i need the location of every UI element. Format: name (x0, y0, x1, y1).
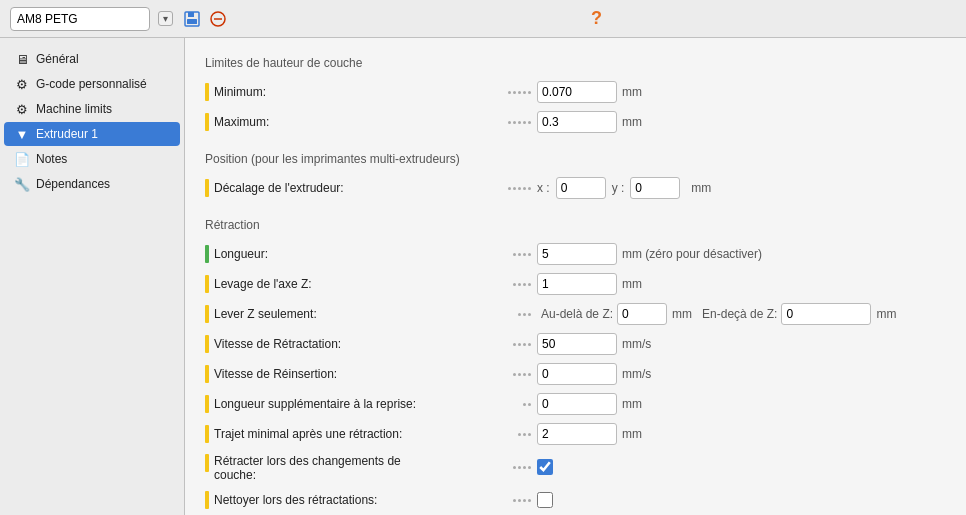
levage-z-row: Levage de l'axe Z: mm (205, 272, 946, 296)
maximum-label: Maximum: (214, 115, 269, 129)
x-label: x : (537, 181, 550, 195)
position-unit: mm (691, 181, 711, 195)
layer-height-title: Limites de hauteur de couche (205, 56, 946, 70)
minimum-unit: mm (622, 85, 642, 99)
help-button[interactable]: ? (586, 8, 608, 30)
trajet-minimal-unit: mm (622, 427, 642, 441)
en-deca-unit: mm (876, 307, 896, 321)
profile-dropdown[interactable]: AM8 PETG (10, 7, 150, 31)
lever-z-indicator (205, 305, 209, 323)
layer-height-section: Limites de hauteur de couche Minimum: mm (205, 56, 946, 134)
save-button[interactable] (181, 8, 203, 30)
vitesse-reinsertion-row: Vitesse de Réinsertion: mm/s (205, 362, 946, 386)
position-section: Position (pour les imprimantes multi-ext… (205, 152, 946, 200)
retracter-changements-label: Rétracter lors des changements de couche… (214, 454, 445, 482)
longueur-supplementaire-input[interactable] (537, 393, 617, 415)
profile-name: AM8 PETG (17, 12, 143, 26)
levage-z-label: Levage de l'axe Z: (214, 277, 312, 291)
decalage-dots (451, 187, 531, 190)
retracter-changements-row: Rétracter lors des changements de couche… (205, 452, 946, 482)
vitesse-retractation-label: Vitesse de Rétractation: (214, 337, 341, 351)
xy-inputs: x : y : mm (537, 177, 711, 199)
minimum-input[interactable] (537, 81, 617, 103)
levage-z-indicator (205, 275, 209, 293)
lever-z-row: Lever Z seulement: Au-delà de Z: mm En-d… (205, 302, 946, 326)
sidebar-item-machine-limits[interactable]: ⚙ Machine limits (4, 97, 180, 121)
vitesse-reinsertion-indicator (205, 365, 209, 383)
lever-z-dots (451, 313, 531, 316)
vitesse-retractation-unit: mm/s (622, 337, 651, 351)
profile-selector[interactable]: AM8 PETG ▾ (10, 7, 173, 31)
levage-z-input[interactable] (537, 273, 617, 295)
vitesse-reinsertion-dots (451, 373, 531, 376)
retraction-section: Rétraction Longueur: mm (zéro pour désac… (205, 218, 946, 515)
sidebar-label-general: Général (36, 52, 79, 66)
general-icon: 🖥 (14, 51, 30, 67)
longueur-label: Longueur: (214, 247, 268, 261)
longueur-indicator (205, 245, 209, 263)
vitesse-retractation-dots (451, 343, 531, 346)
minimum-indicator (205, 83, 209, 101)
vitesse-retractation-row: Vitesse de Rétractation: mm/s (205, 332, 946, 356)
gcode-icon: ⚙ (14, 76, 30, 92)
y-input[interactable] (630, 177, 680, 199)
longueur-row: Longueur: mm (zéro pour désactiver) (205, 242, 946, 266)
maximum-unit: mm (622, 115, 642, 129)
toolbar-icons (181, 8, 229, 30)
sidebar-item-general[interactable]: 🖥 Général (4, 47, 180, 71)
sidebar-label-dependances: Dépendances (36, 177, 110, 191)
minimum-label: Minimum: (214, 85, 266, 99)
longueur-supplementaire-unit: mm (622, 397, 642, 411)
longueur-supplementaire-row: Longueur supplémentaire à la reprise: mm (205, 392, 946, 416)
trajet-minimal-label: Trajet minimal après une rétraction: (214, 427, 402, 441)
machine-limits-icon: ⚙ (14, 101, 30, 117)
sidebar-label-notes: Notes (36, 152, 67, 166)
maximum-dots (451, 121, 531, 124)
longueur-unit: mm (zéro pour désactiver) (622, 247, 762, 261)
dropdown-arrow-icon[interactable]: ▾ (158, 11, 173, 26)
longueur-supplementaire-indicator (205, 395, 209, 413)
sidebar-label-gcode: G-code personnalisé (36, 77, 147, 91)
au-dela-input[interactable] (617, 303, 667, 325)
retraction-title: Rétraction (205, 218, 946, 232)
notes-icon: 📄 (14, 151, 30, 167)
nettoyer-retractions-row: Nettoyer lors des rétractations: (205, 488, 946, 512)
decalage-row: Décalage de l'extrudeur: x : y : mm (205, 176, 946, 200)
sidebar-item-gcode[interactable]: ⚙ G-code personnalisé (4, 72, 180, 96)
delete-button[interactable] (207, 8, 229, 30)
vitesse-retractation-input[interactable] (537, 333, 617, 355)
minimum-row: Minimum: mm (205, 80, 946, 104)
main-content: Limites de hauteur de couche Minimum: mm (185, 38, 966, 515)
longueur-dots (451, 253, 531, 256)
en-deca-input[interactable] (781, 303, 871, 325)
y-label: y : (612, 181, 625, 195)
svg-rect-1 (188, 12, 194, 17)
sidebar-item-dependances[interactable]: 🔧 Dépendances (4, 172, 180, 196)
x-input[interactable] (556, 177, 606, 199)
nettoyer-retractions-dots (451, 499, 531, 502)
retracter-changements-input[interactable] (537, 459, 553, 475)
vitesse-retractation-indicator (205, 335, 209, 353)
vitesse-reinsertion-input[interactable] (537, 363, 617, 385)
svg-rect-2 (187, 19, 197, 24)
maximum-input[interactable] (537, 111, 617, 133)
levage-z-dots (451, 283, 531, 286)
decalage-indicator (205, 179, 209, 197)
longueur-input[interactable] (537, 243, 617, 265)
sidebar-item-extruder1[interactable]: ▼ Extrudeur 1 (4, 122, 180, 146)
dependances-icon: 🔧 (14, 176, 30, 192)
trajet-minimal-input[interactable] (537, 423, 617, 445)
longueur-supplementaire-dots (451, 403, 531, 406)
sidebar-item-notes[interactable]: 📄 Notes (4, 147, 180, 171)
sidebar-label-machine-limits: Machine limits (36, 102, 112, 116)
nettoyer-retractions-label: Nettoyer lors des rétractations: (214, 493, 377, 507)
decalage-label: Décalage de l'extrudeur: (214, 181, 344, 195)
lever-z-label: Lever Z seulement: (214, 307, 317, 321)
sidebar: 🖥 Général ⚙ G-code personnalisé ⚙ Machin… (0, 38, 185, 515)
longueur-supplementaire-label: Longueur supplémentaire à la reprise: (214, 397, 416, 411)
vitesse-reinsertion-unit: mm/s (622, 367, 651, 381)
levage-z-unit: mm (622, 277, 642, 291)
nettoyer-retractions-input[interactable] (537, 492, 553, 508)
minimum-dots (451, 91, 531, 94)
au-dela-unit: mm (672, 307, 692, 321)
